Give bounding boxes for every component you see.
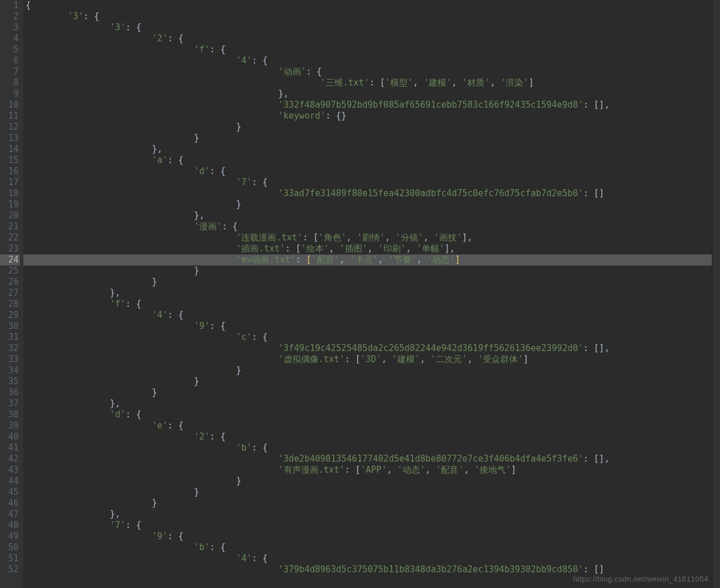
token-str: '33ad7fe31489f80e15fea42300adbfc4d75c0ef… <box>278 188 583 199</box>
code-line[interactable]: } <box>23 376 720 387</box>
code-line[interactable]: '4': { <box>23 553 720 564</box>
token-bracket-match: [ <box>306 254 312 265</box>
line-number: 7 <box>0 66 20 77</box>
code-line[interactable]: }, <box>23 288 720 299</box>
token-punc: : { <box>252 553 267 564</box>
code-line[interactable]: 'e': { <box>23 420 720 431</box>
token-punc: } <box>152 498 157 508</box>
code-line[interactable]: '9': { <box>23 321 720 332</box>
line-number: 34 <box>0 365 20 376</box>
code-line[interactable]: '有声漫画.txt': ['APP', '动态', '配音', '接地气'] <box>23 465 720 476</box>
token-str: 'c' <box>236 332 252 342</box>
code-line[interactable]: }, <box>23 144 720 155</box>
code-line[interactable]: } <box>23 265 720 277</box>
code-line[interactable]: '连载漫画.txt': ['角色', '剧情', '分镜', '画技'], <box>23 232 720 243</box>
token-punc: : { <box>210 321 225 331</box>
code-line[interactable]: '9': { <box>23 531 720 542</box>
code-line[interactable]: } <box>23 122 720 133</box>
code-line[interactable]: '7': { <box>23 520 720 531</box>
code-line[interactable]: '虚拟偶像.txt': ['3D', '建模', '二次元', '受众群体'] <box>23 354 720 365</box>
token-str: 'f' <box>194 44 210 55</box>
code-line[interactable]: 'keyword': {} <box>23 111 720 122</box>
code-line[interactable]: 'b': { <box>23 542 720 553</box>
token-str: '3de2b409813546177402d5e41d8be80772e7ce3… <box>278 454 583 464</box>
line-number: 42 <box>0 454 20 465</box>
code-line[interactable]: } <box>23 387 720 398</box>
code-line[interactable]: 'c': { <box>23 332 720 343</box>
code-line[interactable]: '动画': { <box>23 66 720 77</box>
code-line[interactable]: '4': { <box>23 310 720 321</box>
code-line[interactable]: '插画.txt': ['绘本', '插图', '印刷', '单幅'], <box>23 243 720 254</box>
token-str: '动态' <box>427 254 455 265</box>
code-line[interactable]: 'b': { <box>23 442 720 454</box>
line-number: 38 <box>0 409 20 420</box>
code-line[interactable]: }, <box>23 210 720 221</box>
code-line[interactable]: 'mv动画.txt': ['配音', '卡点', '节奏', '动态'] <box>23 254 720 265</box>
code-line[interactable]: }, <box>23 88 720 100</box>
code-line[interactable]: '3de2b409813546177402d5e41d8be80772e7ce3… <box>23 454 720 465</box>
token-str: '剧情' <box>357 232 385 243</box>
code-line[interactable]: 'd': { <box>23 409 720 420</box>
token-punc: : [], <box>583 100 609 110</box>
line-number: 20 <box>0 210 20 221</box>
token-str: '7' <box>236 177 252 187</box>
line-number: 16 <box>0 166 20 177</box>
code-line[interactable]: '漫画': { <box>23 221 720 232</box>
code-line[interactable]: } <box>23 133 720 144</box>
code-line[interactable]: } <box>23 199 720 210</box>
token-punc: , <box>451 77 462 88</box>
code-line[interactable]: 'a': { <box>23 155 720 166</box>
code-line[interactable]: } <box>23 277 720 288</box>
token-str: '二次元' <box>430 354 467 364</box>
code-line[interactable]: } <box>23 487 720 498</box>
code-editor[interactable]: 1234567891011121314151617181920212223242… <box>0 0 720 588</box>
code-line[interactable]: } <box>23 476 720 487</box>
token-str: '模型' <box>385 77 413 88</box>
code-line[interactable]: 'f': { <box>23 44 720 55</box>
token-punc: } <box>236 199 241 210</box>
line-number: 50 <box>0 542 20 553</box>
code-line[interactable]: '3f49c19c42525485da2c265d82244e942d3619f… <box>23 343 720 354</box>
line-number: 47 <box>0 509 20 520</box>
code-line[interactable]: '三维.txt': ['模型', '建模', '材质', '渲染'] <box>23 77 720 88</box>
token-str: 'f' <box>110 299 126 309</box>
code-line[interactable]: }, <box>23 509 720 520</box>
line-number: 37 <box>0 398 20 409</box>
code-line[interactable]: '3': { <box>23 11 720 22</box>
code-line[interactable]: { <box>23 0 720 11</box>
token-str: '9' <box>152 531 168 541</box>
code-line[interactable]: '379b4d8963d5c375075b11b8348da3b276a2ec1… <box>23 564 720 575</box>
line-number: 52 <box>0 564 20 575</box>
token-str: '三维.txt' <box>320 77 369 88</box>
code-line[interactable]: '2': { <box>23 33 720 44</box>
code-line[interactable]: 'f': { <box>23 299 720 310</box>
code-line[interactable]: } <box>23 498 720 509</box>
token-punc: : { <box>126 520 142 530</box>
code-line[interactable]: }, <box>23 398 720 409</box>
token-punc: }, <box>110 398 121 409</box>
token-punc: , <box>368 243 378 254</box>
token-punc: , <box>467 354 478 364</box>
code-line[interactable]: '2': { <box>23 431 720 442</box>
code-line[interactable]: '33ad7fe31489f80e15fea42300adbfc4d75c0ef… <box>23 188 720 199</box>
code-line[interactable]: } <box>23 365 720 376</box>
token-punc: : { <box>210 44 225 55</box>
code-line[interactable]: 'd': { <box>23 166 720 177</box>
token-punc: : [], <box>583 343 609 353</box>
line-number: 32 <box>0 343 20 354</box>
line-number: 3 <box>0 22 20 33</box>
token-punc: }, <box>152 144 163 154</box>
vertical-scrollbar[interactable] <box>712 0 720 588</box>
code-area[interactable]: { '3': { '3': { '2': { 'f': { '4': { ' <box>23 0 720 588</box>
token-punc: , <box>417 254 427 265</box>
code-line[interactable]: '3': { <box>23 22 720 33</box>
line-number: 18 <box>0 188 20 199</box>
code-line[interactable]: '4': { <box>23 55 720 66</box>
token-str: '4' <box>152 310 168 320</box>
token-str: '印刷' <box>378 243 406 254</box>
code-line[interactable]: '332f48a907b592bd9bf085af65691cebb7583c1… <box>23 100 720 111</box>
token-str: '2' <box>194 431 210 442</box>
token-punc: } <box>194 376 199 387</box>
token-punc: }, <box>194 210 204 221</box>
code-line[interactable]: '7': { <box>23 177 720 188</box>
